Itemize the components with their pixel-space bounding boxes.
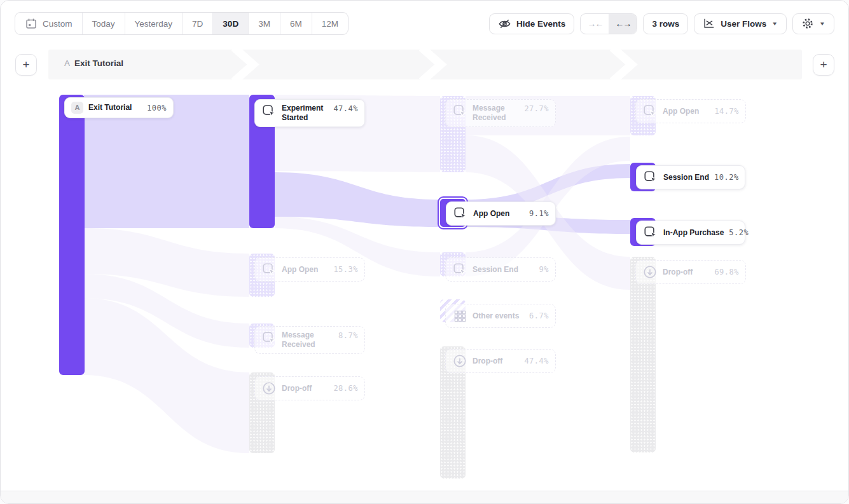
flow-node-card-drop-off-3[interactable]: Drop-off47.4% (445, 349, 556, 373)
bottom-scroll-strip[interactable] (1, 491, 848, 503)
flow-node-card-other-events-3[interactable]: Other events6.7% (445, 304, 556, 328)
node-percentage: 10.2% (714, 173, 739, 182)
node-label: Message Received (282, 330, 333, 350)
node-percentage: 6.7% (529, 311, 549, 320)
node-label: Other events (473, 311, 524, 321)
flow-node-card-exit-tutorial[interactable]: AExit Tutorial100% (64, 97, 174, 118)
flow-node-bar-exit-tutorial[interactable] (59, 95, 85, 375)
node-label: Drop-off (473, 357, 519, 366)
flow-links-layer (1, 1, 849, 504)
node-percentage: 9% (539, 265, 549, 274)
node-label: Exit Tutorial (88, 103, 142, 112)
event-click-icon (452, 262, 467, 277)
drop-off-icon (642, 264, 658, 280)
node-percentage: 69.8% (714, 268, 739, 276)
flow-node-card-session-end-3[interactable]: Session End9% (445, 257, 556, 282)
node-percentage: 14.7% (714, 107, 739, 116)
flow-node-card-session-end-4[interactable]: Session End10.2% (636, 165, 745, 189)
event-click-icon (261, 330, 277, 346)
event-letter-badge: A (71, 102, 83, 114)
event-click-icon (452, 104, 467, 119)
node-label: Drop-off (663, 268, 709, 277)
drop-off-icon (452, 353, 467, 369)
node-label: App Open (473, 209, 524, 219)
flow-node-card-in-app-purchase-4[interactable]: In-App Purchase5.2% (636, 221, 745, 245)
node-percentage: 9.1% (529, 209, 549, 218)
node-percentage: 8.7% (338, 331, 358, 340)
event-click-icon (643, 225, 658, 240)
node-percentage: 5.2% (729, 228, 749, 237)
node-percentage: 28.6% (333, 384, 358, 393)
event-click-icon (643, 170, 658, 185)
node-label: Experiment Started (282, 104, 328, 123)
flow-node-card-app-open-4[interactable]: App Open14.7% (635, 99, 746, 123)
node-label: Session End (663, 173, 709, 182)
flow-node-card-message-received-2[interactable]: Message Received8.7% (254, 326, 365, 354)
node-percentage: 47.4% (524, 357, 549, 365)
flow-node-card-drop-off-2[interactable]: Drop-off28.6% (254, 376, 365, 400)
node-percentage: 47.4% (333, 104, 358, 113)
flow-node-card-app-open-3[interactable]: App Open9.1% (446, 201, 556, 226)
node-label: App Open (282, 265, 328, 275)
flow-node-card-app-open-2[interactable]: App Open15.3% (254, 257, 365, 282)
node-percentage: 27.7% (524, 104, 549, 113)
event-click-icon (642, 104, 658, 119)
node-label: Drop-off (282, 384, 328, 393)
user-flows-app: Custom Today Yesterday 7D 30D 3M 6M 12M … (0, 0, 849, 504)
flow-node-bar-drop-off-4[interactable] (630, 257, 656, 453)
node-label: In-App Purchase (663, 228, 724, 238)
other-events-icon (452, 308, 467, 324)
drop-off-icon (261, 381, 277, 396)
event-click-icon (261, 262, 277, 277)
event-click-icon (261, 104, 277, 119)
flow-node-card-message-received-3[interactable]: Message Received27.7% (445, 99, 556, 127)
flow-node-card-drop-off-4[interactable]: Drop-off69.8% (635, 260, 746, 284)
event-click-icon (453, 206, 468, 221)
flow-node-card-experiment-started[interactable]: Experiment Started47.4% (254, 99, 365, 127)
node-label: Message Received (473, 104, 519, 123)
node-label: App Open (663, 107, 709, 116)
node-percentage: 100% (147, 104, 167, 112)
node-label: Session End (473, 265, 534, 275)
node-percentage: 15.3% (333, 265, 358, 274)
